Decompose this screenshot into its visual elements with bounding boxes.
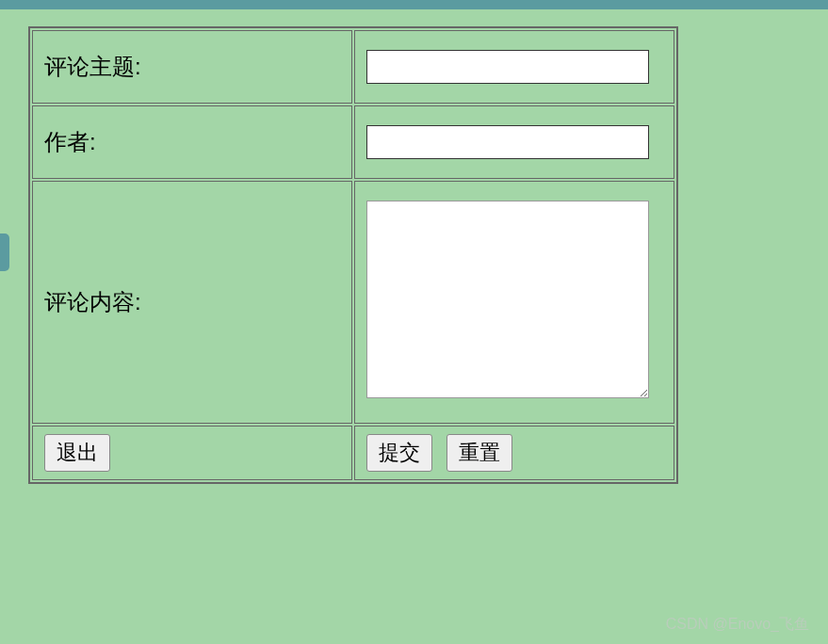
topic-label-cell: 评论主题:	[32, 30, 352, 104]
button-row: 退出 提交 重置	[32, 426, 674, 480]
left-edge	[0, 9, 11, 292]
topic-input-cell	[354, 30, 674, 104]
author-label: 作者:	[44, 129, 96, 154]
author-input-cell	[354, 105, 674, 179]
exit-button[interactable]: 退出	[44, 434, 110, 472]
comment-form-table: 评论主题: 作者: 评论内容: 退出 提交 重置	[28, 26, 678, 484]
content-textarea[interactable]	[366, 201, 649, 398]
topic-input[interactable]	[366, 50, 649, 84]
watermark: CSDN @Enovo_飞鱼	[666, 615, 809, 635]
content-label: 评论内容:	[44, 289, 141, 314]
submit-button[interactable]: 提交	[366, 434, 432, 472]
content-label-cell: 评论内容:	[32, 181, 352, 424]
author-label-cell: 作者:	[32, 105, 352, 179]
content-input-cell	[354, 181, 674, 424]
table-row: 评论主题:	[32, 30, 674, 104]
author-input[interactable]	[366, 125, 649, 159]
table-row: 作者:	[32, 105, 674, 179]
table-row: 评论内容:	[32, 181, 674, 424]
topic-label: 评论主题:	[44, 54, 141, 79]
reset-button[interactable]: 重置	[446, 434, 512, 472]
exit-cell: 退出	[32, 426, 352, 480]
top-bar	[0, 0, 828, 9]
submit-reset-cell: 提交 重置	[354, 426, 674, 480]
